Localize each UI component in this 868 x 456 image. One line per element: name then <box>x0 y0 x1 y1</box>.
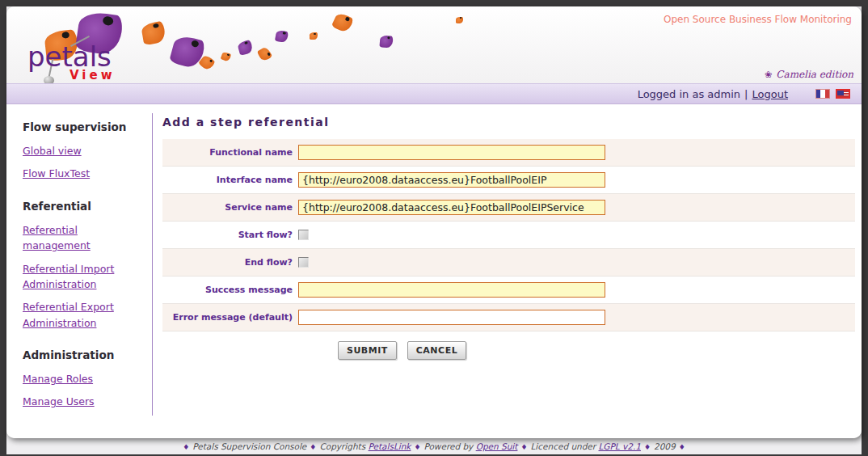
sidebar-item-flow-fluxtest[interactable]: Flow FluxTest <box>23 166 144 181</box>
language-switcher <box>815 89 850 99</box>
petal-icon <box>456 17 463 23</box>
footer-console-text: Petals Supervision Console <box>192 441 306 451</box>
form-row-error-message: Error message (default) <box>162 304 855 331</box>
logout-link[interactable]: Logout <box>752 88 788 100</box>
sidebar-item-referential-management[interactable]: Referential management <box>23 222 144 254</box>
app-header: petals View Open Source Business Flow Mo… <box>6 6 862 83</box>
lgpl-link[interactable]: LGPL v2.1 <box>599 441 641 451</box>
petal-icon <box>310 32 318 40</box>
sidebar: Flow supervision Global view Flow FluxTe… <box>6 104 152 438</box>
open-suit-link[interactable]: Open Suit <box>476 441 518 451</box>
sidebar-item-referential-export[interactable]: Referential Export Administration <box>23 299 144 331</box>
page-background: petals View Open Source Business Flow Mo… <box>6 6 862 454</box>
sidebar-divider <box>152 113 153 416</box>
petals-view-logo: petals View <box>23 8 152 83</box>
french-flag-icon[interactable] <box>815 89 830 99</box>
form-row-end-flow: End flow? <box>162 249 855 277</box>
form-row-success-message: Success message <box>162 277 855 304</box>
cancel-button[interactable]: CANCEL <box>407 341 466 360</box>
app-window: petals View Open Source Business Flow Mo… <box>6 6 862 438</box>
end-flow-checkbox[interactable] <box>298 257 309 268</box>
petal-icon <box>379 35 393 48</box>
userbar-separator: | <box>744 88 748 100</box>
us-flag-icon[interactable] <box>836 89 850 99</box>
sidebar-heading-flow-supervision: Flow supervision <box>23 120 144 133</box>
petalslink-link[interactable]: PetalsLink <box>369 441 411 451</box>
diamond-icon: ♦ <box>520 443 527 451</box>
flower-icon: ❀ <box>765 70 772 80</box>
page-title: Add a step referential <box>162 116 855 129</box>
diamond-icon: ♦ <box>183 443 189 451</box>
functional-name-label: Functional name <box>162 147 298 158</box>
diamond-icon: ♦ <box>310 443 316 451</box>
success-message-input[interactable] <box>298 282 605 298</box>
interface-name-input[interactable] <box>298 172 605 188</box>
sidebar-item-manage-roles[interactable]: Manage Roles <box>23 371 144 386</box>
form-row-service-name: Service name <box>162 194 855 222</box>
submit-button[interactable]: SUBMIT <box>338 341 397 360</box>
petal-icon <box>237 40 254 56</box>
petal-icon <box>257 46 273 62</box>
error-message-label: Error message (default) <box>162 312 298 323</box>
edition-text: Camelia edition <box>776 69 853 80</box>
add-step-referential-form: Functional name Interface name Service n… <box>162 139 855 331</box>
footer-powered-text: Powered by <box>423 441 473 451</box>
app-tagline: Open Source Business Flow Monitoring <box>664 14 852 25</box>
sidebar-item-manage-users[interactable]: Manage Users <box>23 394 144 409</box>
diamond-icon: ♦ <box>644 443 651 451</box>
sidebar-heading-referential: Referential <box>23 200 144 213</box>
service-name-label: Service name <box>162 202 298 213</box>
petal-icon <box>275 30 289 43</box>
main-panel: Add a step referential Functional name I… <box>152 104 862 438</box>
user-bar: Logged in as admin | Logout <box>6 83 862 104</box>
success-message-label: Success message <box>162 285 298 295</box>
petal-icon <box>331 11 354 33</box>
functional-name-input[interactable] <box>298 145 605 160</box>
end-flow-label: End flow? <box>162 257 298 268</box>
footer-year-text: 2009 <box>654 441 676 451</box>
logo-edition-wordmark: View <box>70 68 116 82</box>
interface-name-label: Interface name <box>162 175 298 185</box>
service-name-input[interactable] <box>298 200 605 215</box>
content-area: Flow supervision Global view Flow FluxTe… <box>6 104 862 438</box>
diamond-icon: ♦ <box>414 443 420 451</box>
sidebar-item-global-view[interactable]: Global view <box>23 143 144 158</box>
logo-ball-icon <box>44 76 54 83</box>
form-row-start-flow: Start flow? <box>162 222 855 249</box>
sidebar-heading-administration: Administration <box>23 348 144 361</box>
start-flow-label: Start flow? <box>162 230 298 240</box>
form-row-functional-name: Functional name <box>162 139 855 167</box>
petal-icon <box>221 51 232 61</box>
start-flow-checkbox[interactable] <box>298 230 309 240</box>
diamond-icon: ♦ <box>679 443 685 451</box>
logged-in-text: Logged in as admin <box>638 88 740 100</box>
footer-copyrights-text: Copyrights <box>319 441 365 451</box>
error-message-input[interactable] <box>298 310 605 325</box>
footer: ♦Petals Supervision Console♦Copyrights P… <box>6 438 862 454</box>
form-row-interface-name: Interface name <box>162 167 855 194</box>
footer-licence-text: Licenced under <box>531 441 596 451</box>
edition-label: ❀ Camelia edition <box>765 69 853 80</box>
sidebar-item-referential-import[interactable]: Referential Import Administration <box>23 261 144 293</box>
form-actions: SUBMIT CANCEL <box>338 341 855 360</box>
